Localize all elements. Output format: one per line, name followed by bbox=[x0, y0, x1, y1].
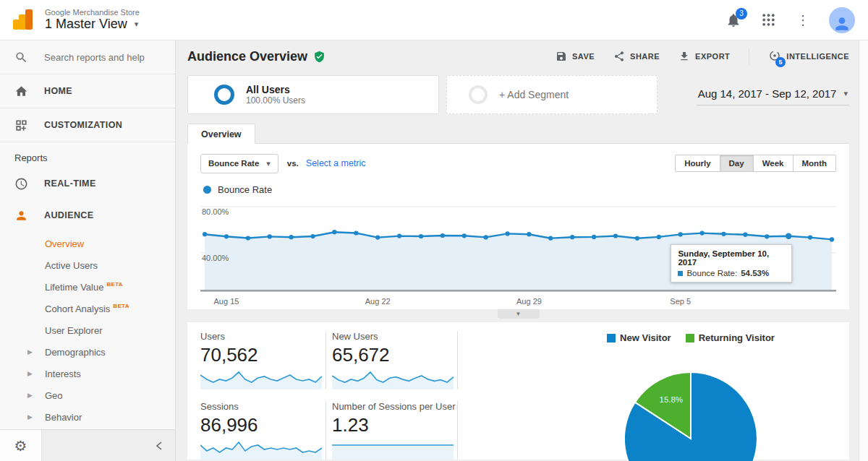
chevron-down-icon: ▾ bbox=[266, 159, 271, 168]
sidebar-item-audience[interactable]: AUDIENCE bbox=[0, 199, 175, 231]
save-button[interactable]: SAVE bbox=[556, 51, 595, 62]
clock-icon bbox=[14, 177, 28, 191]
audience-label: AUDIENCE bbox=[44, 210, 93, 220]
intelligence-button[interactable]: 5 INTELLIGENCE bbox=[768, 49, 849, 64]
sidebar-footer: ⚙ bbox=[0, 429, 175, 461]
page-title: Audience Overview bbox=[187, 49, 307, 64]
metric-dropdown-value: Bounce Rate bbox=[208, 159, 259, 168]
legend-new-visitor: New Visitor bbox=[607, 332, 671, 343]
date-range-selector[interactable]: Aug 14, 2017 - Sep 12, 2017 ▾ bbox=[697, 85, 849, 105]
google-apps-button[interactable] bbox=[760, 12, 777, 29]
metric-label: Users bbox=[200, 331, 323, 342]
segment-all-users[interactable]: All Users 100.00% Users bbox=[187, 75, 439, 114]
sparkline-chart bbox=[200, 368, 322, 389]
metric-card-sessions-per-user[interactable]: Number of Sessions per User 1.23 bbox=[332, 401, 458, 460]
y-axis-tick: 40.00% bbox=[202, 254, 229, 262]
legend-swatch-icon bbox=[607, 334, 616, 342]
granularity-toggle: Hourly Day Week Month bbox=[675, 155, 836, 172]
add-segment-button[interactable]: + Add Segment bbox=[446, 75, 658, 114]
metric-card-new-users[interactable]: New Users 65,672 bbox=[332, 331, 458, 389]
search-input[interactable]: Search reports and help bbox=[0, 40, 175, 74]
metric-label: Sessions bbox=[200, 401, 323, 412]
account-switcher[interactable]: Google Merchandise Store 1 Master View ▾ bbox=[45, 8, 140, 32]
beta-badge: BETA bbox=[106, 281, 122, 288]
date-range-value: Aug 14, 2017 - Sep 12, 2017 bbox=[698, 87, 837, 100]
sparkline-chart bbox=[332, 368, 454, 389]
collapse-sidebar-button[interactable] bbox=[143, 430, 175, 461]
sidebar-item-behavior[interactable]: ▶Behavior bbox=[0, 406, 175, 428]
apps-grid-icon bbox=[762, 13, 775, 27]
home-label: HOME bbox=[44, 86, 72, 96]
x-axis-tick: Aug 29 bbox=[516, 297, 542, 306]
search-placeholder: Search reports and help bbox=[44, 52, 145, 63]
bounce-rate-chart[interactable]: 80.00% 40.00% Sunday, September 10, 2017… bbox=[200, 199, 836, 295]
admin-button[interactable]: ⚙ bbox=[0, 430, 42, 461]
metric-dropdown[interactable]: Bounce Rate ▾ bbox=[200, 154, 278, 173]
sidebar: Search reports and help HOME CUSTOMIZATI… bbox=[0, 40, 176, 461]
topbar: Google Merchandise Store 1 Master View ▾… bbox=[0, 0, 868, 40]
metric-value: 70,562 bbox=[200, 344, 323, 366]
collapse-chart-button[interactable]: ▼ bbox=[498, 309, 540, 319]
granularity-month-button[interactable]: Month bbox=[793, 155, 836, 172]
sidebar-item-lifetime-value[interactable]: Lifetime ValueBETA bbox=[0, 276, 175, 298]
granularity-day-button[interactable]: Day bbox=[720, 155, 754, 172]
intelligence-badge: 5 bbox=[775, 57, 786, 67]
metric-card-users[interactable]: Users 70,562 bbox=[200, 331, 326, 389]
search-icon bbox=[14, 51, 28, 64]
tab-overview[interactable]: Overview bbox=[187, 124, 255, 144]
notifications-button[interactable]: 3 bbox=[725, 12, 742, 29]
notification-badge: 3 bbox=[736, 8, 747, 20]
sidebar-item-customization[interactable]: CUSTOMIZATION bbox=[0, 108, 175, 142]
metrics-grid: Users 70,562 New Users 65,672 Sessions 8… bbox=[200, 331, 458, 451]
sidebar-item-user-explorer[interactable]: User Explorer bbox=[0, 319, 175, 341]
customization-icon bbox=[14, 119, 28, 132]
metric-value: 1.23 bbox=[332, 414, 454, 436]
select-metric-link[interactable]: Select a metric bbox=[306, 158, 366, 168]
legend-returning-visitor: Returning Visitor bbox=[686, 332, 775, 343]
visitor-type-block: New Visitor Returning Visitor 84.2%15.8% bbox=[586, 331, 796, 451]
segment-title: All Users bbox=[246, 84, 305, 95]
x-axis-tick: Aug 22 bbox=[365, 297, 391, 306]
metrics-panel: Users 70,562 New Users 65,672 Sessions 8… bbox=[187, 322, 849, 460]
view-name: 1 Master View bbox=[45, 17, 127, 32]
sidebar-item-active-users[interactable]: Active Users bbox=[0, 254, 175, 276]
google-analytics-logo-icon bbox=[10, 9, 35, 32]
page-header: Audience Overview SAVE SHARE EXPORT 5 bbox=[187, 40, 849, 72]
shield-check-icon bbox=[313, 51, 326, 63]
expand-arrow-icon: ▶ bbox=[27, 413, 33, 421]
chevron-down-icon: ▾ bbox=[135, 20, 139, 29]
reports-section-label: Reports bbox=[0, 142, 175, 168]
metric-card-sessions[interactable]: Sessions 86,996 bbox=[200, 401, 326, 460]
export-button[interactable]: EXPORT bbox=[678, 51, 730, 62]
sidebar-item-interests[interactable]: ▶Interests bbox=[0, 363, 175, 384]
sidebar-item-cohort-analysis[interactable]: Cohort AnalysisBETA bbox=[0, 298, 175, 319]
more-menu-button[interactable]: ⋮ bbox=[794, 12, 812, 29]
tooltip-series-label: Bounce Rate: bbox=[686, 269, 737, 277]
sidebar-item-realtime[interactable]: REAL-TIME bbox=[0, 168, 175, 199]
segment-subtitle: 100.00% Users bbox=[246, 95, 305, 105]
expand-arrow-icon: ▶ bbox=[27, 370, 33, 377]
share-button[interactable]: SHARE bbox=[613, 51, 660, 62]
granularity-hourly-button[interactable]: Hourly bbox=[675, 155, 720, 172]
sparkline-chart bbox=[200, 438, 322, 460]
x-axis-labels: Aug 15Aug 22Aug 29Sep 5 bbox=[200, 295, 836, 308]
legend-dot-icon bbox=[203, 186, 211, 194]
download-icon bbox=[678, 51, 690, 62]
home-icon bbox=[14, 85, 28, 98]
scrollbar-track[interactable] bbox=[859, 40, 868, 461]
sidebar-item-demographics[interactable]: ▶Demographics bbox=[0, 341, 175, 363]
sidebar-item-home[interactable]: HOME bbox=[0, 74, 175, 108]
chart-panel: Bounce Rate ▾ vs. Select a metric Hourly… bbox=[187, 143, 849, 309]
audience-person-icon bbox=[14, 209, 28, 223]
sidebar-item-geo[interactable]: ▶Geo bbox=[0, 384, 175, 406]
legend-swatch-icon bbox=[686, 334, 694, 342]
user-avatar[interactable] bbox=[829, 7, 855, 33]
segments-row: All Users 100.00% Users + Add Segment Au… bbox=[187, 75, 849, 114]
granularity-week-button[interactable]: Week bbox=[754, 155, 793, 172]
sidebar-item-overview[interactable]: Overview bbox=[0, 233, 175, 254]
metric-label: New Users bbox=[332, 331, 454, 342]
tooltip-series-icon bbox=[678, 271, 683, 276]
empty-ring-icon bbox=[469, 85, 488, 104]
visitor-pie-chart[interactable]: 84.2%15.8% bbox=[597, 350, 785, 461]
segment-ring-icon bbox=[214, 85, 234, 105]
